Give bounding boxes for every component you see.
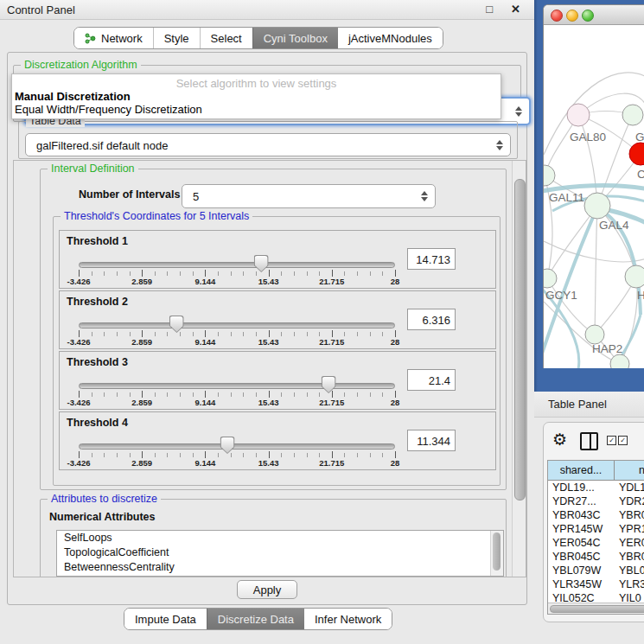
node-gcy1[interactable] — [544, 269, 557, 288]
cyni-toolbox-panel: Discretization Algorithm Table Data galF… — [7, 52, 527, 605]
combo-arrows-icon — [496, 140, 502, 150]
algorithm-dropdown-popup: Select algorithm to view settings Manual… — [11, 73, 501, 119]
tab-infer-network[interactable]: Infer Network — [304, 609, 392, 629]
tab-network[interactable]: Network — [74, 28, 153, 48]
gear-icon[interactable]: ⚙ — [552, 430, 567, 450]
tab-label: Select — [211, 32, 242, 45]
network-window-titlebar[interactable] — [544, 5, 644, 25]
slider-track[interactable] — [79, 262, 395, 268]
node-gal11[interactable] — [544, 165, 555, 186]
table-row[interactable]: YER054CYER0 — [548, 536, 644, 550]
node[interactable] — [622, 105, 643, 125]
threshold-4-slider[interactable]: -3.426 2.859 9.144 15.43 21.715 28 — [79, 435, 395, 468]
node-hap2[interactable] — [585, 325, 604, 344]
threshold-1-value-field[interactable]: 14.713 — [407, 248, 456, 270]
list-item[interactable]: BetweennessCentrality — [57, 560, 503, 575]
num-intervals-combobox[interactable]: 5 — [182, 184, 436, 208]
combo-arrows-icon — [515, 106, 521, 117]
slider-minor-ticks — [79, 453, 396, 457]
slider-track[interactable] — [79, 322, 395, 328]
tick-label: 15.43 — [258, 337, 279, 347]
tab-label: Impute Data — [135, 613, 196, 626]
combo-arrows-icon — [421, 191, 427, 201]
list-item[interactable]: TopologicalCoefficient — [57, 545, 503, 560]
dropdown-option-manual-discretization[interactable]: Manual Discretization — [15, 90, 131, 103]
minimize-traffic-light[interactable] — [566, 10, 578, 22]
apply-button[interactable]: Apply — [237, 580, 297, 599]
table-row[interactable]: YPR145WYPR1 — [548, 522, 644, 536]
table-row[interactable]: YBL079WYBL0 — [548, 564, 644, 577]
zoom-traffic-light[interactable] — [582, 10, 594, 22]
node[interactable] — [625, 265, 644, 288]
tick-label: 2.859 — [131, 458, 152, 468]
tick-label: 9.144 — [195, 277, 216, 286]
float-window-icon[interactable]: □ — [486, 3, 493, 16]
threshold-3-slider[interactable]: -3.426 2.859 9.144 15.43 21.715 28 — [79, 374, 395, 407]
table-row[interactable]: YLR345WYLR3 — [548, 577, 644, 591]
threshold-2-slider[interactable]: -3.426 2.859 9.144 15.43 21.715 28 — [79, 314, 395, 347]
scrollbar-thumb[interactable] — [493, 532, 501, 571]
tab-select[interactable]: Select — [200, 28, 252, 48]
node-label-partial: C — [637, 168, 644, 181]
table-row[interactable]: YBR043CYBR0 — [548, 508, 644, 522]
network-desktop: GAL80 GA C GAL11 GAL4 GCY1 H HAP2 — [534, 0, 644, 392]
tab-impute-data[interactable]: Impute Data — [124, 609, 207, 629]
tick-label: 2.859 — [131, 277, 152, 286]
network-window: GAL80 GA C GAL11 GAL4 GCY1 H HAP2 — [543, 4, 644, 368]
close-icon[interactable]: ✕ — [511, 3, 520, 16]
table-row[interactable]: YDR27...YDR2 — [548, 494, 644, 508]
scrollbar-thumb[interactable] — [514, 179, 526, 501]
network-canvas[interactable]: GAL80 GA C GAL11 GAL4 GCY1 H HAP2 — [544, 25, 644, 368]
scrollbar-thumb[interactable] — [550, 605, 644, 613]
control-panel: Control Panel □ ✕ Network Style Select C… — [0, 0, 534, 644]
column-header-shared-name[interactable]: shared... — [548, 461, 615, 480]
list-scrollbar[interactable] — [490, 531, 503, 576]
node-label-gal80: GAL80 — [570, 131, 606, 143]
tick-label: 2.859 — [131, 398, 152, 407]
close-traffic-light[interactable] — [551, 10, 563, 22]
tab-cyni-toolbox[interactable]: Cyni Toolbox — [252, 28, 338, 48]
node-gal4[interactable] — [584, 193, 610, 219]
tab-discretize-data[interactable]: Discretize Data — [207, 609, 304, 629]
slider-thumb[interactable] — [322, 376, 336, 393]
split-view-icon[interactable] — [580, 432, 598, 450]
numerical-attributes-list[interactable]: SelfLoops TopologicalCoefficient Between… — [56, 530, 504, 577]
screenshot-root: Control Panel □ ✕ Network Style Select C… — [0, 0, 644, 644]
bottom-tab-bar: Impute Data Discretize Data Infer Networ… — [124, 608, 392, 630]
tick-label: 28 — [391, 337, 400, 347]
column-select-icon[interactable]: ✓ ✓ — [607, 436, 628, 445]
node-label-gal4: GAL4 — [599, 219, 629, 232]
thresholds-group: Threshold's Coordinates for 5 Intervals … — [53, 216, 501, 486]
list-item[interactable]: SelfLoops — [57, 531, 503, 545]
column-header-name[interactable]: n — [615, 461, 644, 480]
tick-label: 9.144 — [195, 337, 216, 347]
threshold-4-value-field[interactable]: 11.344 — [407, 430, 456, 451]
table-data-combobox[interactable]: galFiltered.sif default node — [25, 133, 511, 156]
slider-thumb[interactable] — [169, 316, 184, 333]
node-gal80[interactable] — [567, 104, 590, 126]
tab-jactivemnodules[interactable]: jActiveMNodules — [338, 28, 443, 48]
slider-thumb[interactable] — [254, 255, 269, 272]
slider-thumb[interactable] — [220, 437, 235, 454]
tab-label: Network — [101, 32, 143, 45]
combo-value: galFiltered.sif default node — [36, 138, 168, 151]
table-row[interactable]: YDL19...YDL1 — [548, 481, 644, 494]
dropdown-option-equal-width-frequency[interactable]: Equal Width/Frequency Discretization — [15, 103, 202, 116]
slider-track[interactable] — [79, 383, 395, 389]
threshold-1-slider[interactable]: -3.426 2.859 9.144 15.43 21.715 28 — [79, 253, 395, 286]
tick-label: 9.144 — [195, 458, 216, 468]
control-panel-titlebar: Control Panel □ ✕ — [0, 0, 534, 20]
table-panel-title: Table Panel — [548, 398, 607, 411]
panel-title: Control Panel — [7, 3, 75, 16]
tick-label: 21.715 — [319, 337, 344, 347]
tab-label: Cyni Toolbox — [264, 32, 328, 45]
table-horizontal-scrollbar[interactable] — [548, 603, 644, 614]
threshold-2-value-field[interactable]: 6.316 — [407, 309, 456, 330]
threshold-3-value-field[interactable]: 21.4 — [407, 369, 456, 391]
table-panel-titlebar: Table Panel — [534, 392, 644, 418]
slider-track[interactable] — [79, 443, 395, 450]
table-row[interactable]: YBR045CYBR0 — [548, 550, 644, 564]
panel-vertical-scrollbar[interactable] — [512, 161, 526, 577]
tab-style[interactable]: Style — [153, 28, 200, 48]
threshold-3-panel: Threshold 3 -3.426 2.859 9.144 15.43 21.… — [59, 351, 496, 410]
